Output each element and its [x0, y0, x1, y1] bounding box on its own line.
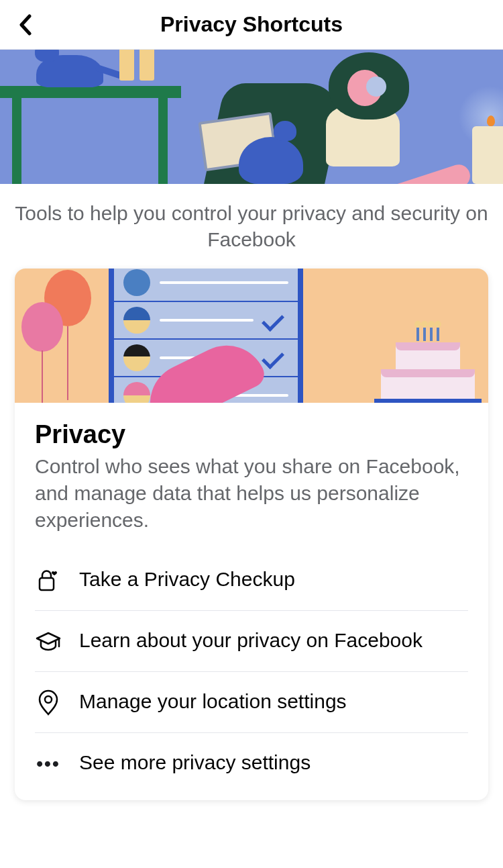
- back-button[interactable]: [15, 14, 36, 36]
- graduation-cap-icon: [35, 628, 62, 655]
- page-subtitle: Tools to help you control your privacy a…: [0, 184, 503, 269]
- list-item-label: Take a Privacy Checkup: [79, 566, 295, 592]
- location-pin-icon: [35, 689, 62, 716]
- learn-privacy-item[interactable]: Learn about your privacy on Facebook: [35, 610, 468, 671]
- card-illustration: [15, 269, 488, 403]
- list-item-label: Manage your location settings: [79, 688, 347, 714]
- hero-illustration: [0, 50, 503, 184]
- more-dots-icon: •••: [35, 751, 62, 777]
- svg-rect-0: [40, 578, 54, 590]
- see-more-item[interactable]: ••• See more privacy settings: [35, 732, 468, 793]
- list-item-label: See more privacy settings: [79, 749, 311, 775]
- page-title: Privacy Shortcuts: [13, 12, 490, 37]
- privacy-card: Privacy Control who sees what you share …: [15, 269, 488, 800]
- chevron-left-icon: [19, 14, 32, 36]
- card-description: Control who sees what you share on Faceb…: [35, 453, 468, 534]
- card-title: Privacy: [35, 420, 468, 449]
- list-item-label: Learn about your privacy on Facebook: [79, 627, 423, 653]
- lock-heart-icon: [35, 567, 62, 594]
- location-settings-item[interactable]: Manage your location settings: [35, 671, 468, 732]
- privacy-checkup-item[interactable]: Take a Privacy Checkup: [35, 550, 468, 610]
- page-header: Privacy Shortcuts: [0, 0, 503, 50]
- svg-point-2: [45, 696, 52, 703]
